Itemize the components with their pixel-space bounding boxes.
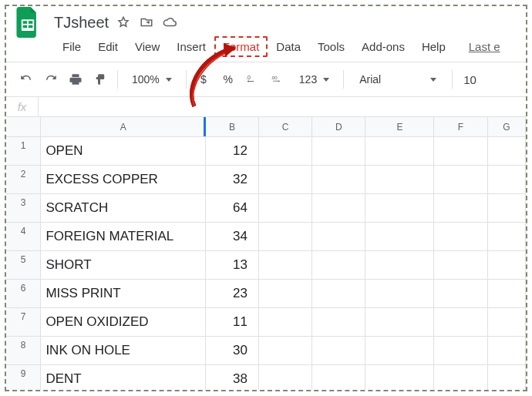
- zoom-select[interactable]: 100%: [127, 73, 177, 86]
- cell[interactable]: [434, 137, 487, 166]
- column-header-a[interactable]: A: [41, 117, 205, 137]
- cell[interactable]: INK ON HOLE: [41, 337, 205, 365]
- row-header[interactable]: 4: [6, 223, 41, 251]
- cell[interactable]: 32: [206, 166, 259, 194]
- move-icon[interactable]: [140, 15, 153, 29]
- menu-edit[interactable]: Edit: [89, 36, 126, 57]
- cell[interactable]: 64: [206, 194, 259, 223]
- cell[interactable]: OPEN: [41, 137, 205, 166]
- column-header-b[interactable]: B: [206, 117, 259, 137]
- cell[interactable]: 38: [206, 365, 259, 391]
- cell[interactable]: [259, 194, 312, 223]
- cell[interactable]: DENT: [41, 365, 205, 391]
- cell[interactable]: 34: [206, 223, 259, 251]
- column-header-e[interactable]: E: [365, 117, 434, 137]
- row-header[interactable]: 1: [6, 137, 41, 166]
- cell[interactable]: [312, 365, 365, 391]
- cell[interactable]: [488, 166, 526, 194]
- cell[interactable]: SCRATCH: [41, 194, 205, 223]
- cell[interactable]: 23: [206, 280, 259, 308]
- cell[interactable]: [312, 137, 365, 166]
- more-formats-button[interactable]: 123: [295, 73, 334, 86]
- cell[interactable]: 13: [206, 251, 259, 280]
- decrease-decimal-button[interactable]: .0: [245, 70, 261, 89]
- increase-decimal-button[interactable]: .00: [270, 70, 285, 89]
- paint-format-button[interactable]: [93, 70, 108, 89]
- menu-view[interactable]: View: [126, 36, 168, 57]
- cell[interactable]: [488, 280, 526, 308]
- row-header[interactable]: 2: [6, 166, 41, 194]
- star-icon[interactable]: [116, 15, 130, 29]
- cell[interactable]: [488, 194, 526, 223]
- cell[interactable]: [488, 223, 526, 251]
- cell[interactable]: [312, 337, 365, 365]
- row-header[interactable]: 5: [6, 251, 41, 280]
- cell[interactable]: [365, 365, 434, 391]
- menu-addons[interactable]: Add-ons: [353, 36, 413, 57]
- cell[interactable]: [488, 137, 526, 166]
- row-header[interactable]: 8: [6, 337, 41, 365]
- cell[interactable]: 30: [206, 337, 259, 365]
- menu-tools[interactable]: Tools: [309, 36, 353, 57]
- cell[interactable]: [259, 251, 312, 280]
- cell[interactable]: [434, 365, 487, 391]
- column-header-d[interactable]: D: [312, 117, 365, 137]
- cell[interactable]: [434, 308, 487, 337]
- format-percent-button[interactable]: %: [221, 70, 236, 89]
- cell[interactable]: MISS PRINT: [41, 280, 205, 308]
- cell[interactable]: [259, 137, 312, 166]
- font-family-select[interactable]: Arial: [353, 73, 443, 86]
- cell[interactable]: [259, 223, 312, 251]
- cell[interactable]: [365, 166, 434, 194]
- cloud-status-icon[interactable]: [163, 15, 177, 29]
- row-header[interactable]: 7: [6, 308, 41, 337]
- cell[interactable]: [312, 194, 365, 223]
- menu-last-edit[interactable]: Last e: [460, 36, 509, 57]
- font-size-input[interactable]: 10: [456, 73, 484, 86]
- cell[interactable]: [434, 223, 487, 251]
- cell[interactable]: [259, 166, 312, 194]
- cell[interactable]: [434, 337, 487, 365]
- row-header[interactable]: 3: [6, 194, 41, 223]
- cell[interactable]: [259, 308, 312, 337]
- cell[interactable]: [488, 251, 526, 280]
- cell[interactable]: [434, 166, 487, 194]
- cell[interactable]: [434, 280, 487, 308]
- redo-button[interactable]: [43, 70, 59, 89]
- cell[interactable]: [312, 166, 365, 194]
- cell[interactable]: FOREIGN MATERIAL: [41, 223, 205, 251]
- row-header[interactable]: 6: [6, 280, 41, 308]
- cell[interactable]: 11: [206, 308, 259, 337]
- cell[interactable]: EXCESS COPPER: [41, 166, 205, 194]
- cell[interactable]: OPEN OXIDIZED: [41, 308, 205, 337]
- cell[interactable]: [488, 337, 526, 365]
- document-title[interactable]: TJsheet: [45, 14, 113, 32]
- cell[interactable]: [312, 308, 365, 337]
- cell[interactable]: SHORT: [41, 251, 205, 280]
- cell[interactable]: [259, 337, 312, 365]
- cell[interactable]: [365, 194, 434, 223]
- column-header-g[interactable]: G: [488, 117, 526, 137]
- cell[interactable]: [365, 308, 434, 337]
- menu-file[interactable]: File: [54, 36, 89, 57]
- column-header-c[interactable]: C: [259, 117, 312, 137]
- cell[interactable]: [365, 251, 434, 280]
- cell[interactable]: [365, 137, 434, 166]
- menu-insert[interactable]: Insert: [168, 36, 214, 57]
- format-currency-button[interactable]: $: [196, 70, 211, 89]
- menu-help[interactable]: Help: [413, 36, 454, 57]
- print-button[interactable]: [68, 70, 83, 89]
- cell[interactable]: [312, 280, 365, 308]
- cell[interactable]: 12: [206, 137, 259, 166]
- cell[interactable]: [434, 194, 487, 223]
- cell[interactable]: [312, 223, 365, 251]
- cell[interactable]: [259, 280, 312, 308]
- cell[interactable]: [312, 251, 365, 280]
- menu-data[interactable]: Data: [268, 36, 309, 57]
- cell[interactable]: [259, 365, 312, 391]
- select-all-corner[interactable]: [6, 117, 41, 137]
- cell[interactable]: [488, 308, 526, 337]
- menu-format[interactable]: Format: [214, 36, 268, 57]
- undo-button[interactable]: [19, 70, 34, 89]
- column-header-f[interactable]: F: [434, 117, 487, 137]
